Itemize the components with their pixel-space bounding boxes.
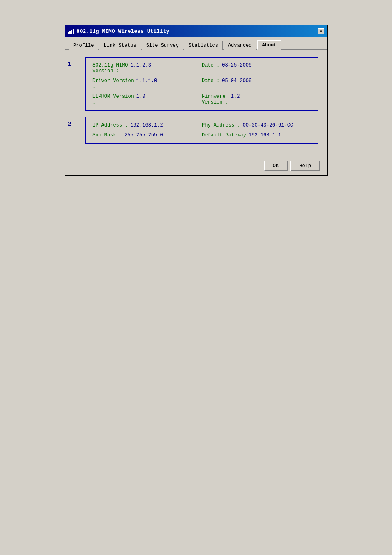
ok-button[interactable]: OK: [264, 161, 288, 171]
section-1: 1 802.11g MIMO Version : 1.1.2.3 Date : …: [74, 57, 318, 111]
tab-statistics[interactable]: Statistics: [184, 41, 223, 50]
section-1-number: 1: [68, 61, 71, 68]
s1r2-left-label: Driver Version .: [92, 78, 134, 90]
s2r2-right-label: Default Gateway: [202, 132, 246, 138]
s2r1-right-label: Phy_Address :: [202, 122, 240, 128]
s1r2-right-label: Date :: [202, 78, 219, 84]
s1r2-right-value: 05-04-2006: [222, 78, 251, 84]
section1-row3-right: Firmware Version : 1.2: [202, 94, 311, 105]
tab-bar: Profile Link Status Site Survey Statisti…: [65, 37, 327, 50]
s1r2-left-value: 1.1.1.0: [136, 78, 157, 90]
section-2: 2 IP Address : 192.168.1.2 Phy_Address :…: [74, 117, 318, 144]
window-title: 802.11g MIMO Wireless Utility: [76, 28, 169, 35]
tab-about[interactable]: About: [257, 40, 281, 50]
s1r1-right-label: Date :: [202, 62, 219, 68]
section2-row1: IP Address : 192.168.1.2 Phy_Address : 0…: [92, 122, 311, 128]
section1-row2: Driver Version . 1.1.1.0 Date : 05-04-20…: [92, 78, 311, 90]
section1-row2-left: Driver Version . 1.1.1.0: [92, 78, 202, 90]
tab-link-status[interactable]: Link Status: [99, 41, 141, 50]
s1r3-left-value: 1.0: [136, 94, 145, 105]
s2r2-right-value: 192.168.1.1: [249, 132, 281, 138]
tab-profile[interactable]: Profile: [69, 41, 98, 50]
signal-icon: [68, 28, 74, 34]
section-2-number: 2: [68, 121, 71, 128]
section2-row2: Sub Mask : 255.255.255.0 Default Gateway…: [92, 132, 311, 138]
s2r1-left-value: 192.168.1.2: [130, 122, 163, 128]
s1r1-right-value: 08-25-2006: [222, 62, 251, 68]
help-button[interactable]: Help: [290, 161, 320, 171]
section-1-box: 802.11g MIMO Version : 1.1.2.3 Date : 08…: [85, 57, 318, 111]
footer: OK Help: [65, 157, 327, 175]
close-button[interactable]: ×: [318, 28, 324, 34]
s2r2-left-label: Sub Mask :: [92, 132, 122, 138]
section2-row1-left: IP Address : 192.168.1.2: [92, 122, 202, 128]
section1-row1: 802.11g MIMO Version : 1.1.2.3 Date : 08…: [92, 62, 311, 74]
s1r1-left-label: 802.11g MIMO Version :: [92, 62, 128, 74]
main-window: 802.11g MIMO Wireless Utility × Profile …: [65, 25, 327, 175]
s2r2-left-value: 255.255.255.0: [125, 132, 163, 138]
s2r1-left-label: IP Address :: [92, 122, 128, 128]
section2-row2-left: Sub Mask : 255.255.255.0: [92, 132, 202, 138]
tab-site-survey[interactable]: Site Survey: [142, 41, 183, 50]
section1-row2-right: Date : 05-04-2006: [202, 78, 311, 84]
section1-row3-left: EEPROM Version . 1.0: [92, 94, 202, 105]
s2r1-right-value: 00-0C-43-26-61-CC: [243, 122, 293, 128]
s1r3-left-label: EEPROM Version .: [92, 94, 134, 105]
s1r3-right-value: 1.2: [231, 94, 240, 105]
s1r3-right-label: Firmware Version :: [202, 94, 228, 105]
section2-row1-right: Phy_Address : 00-0C-43-26-61-CC: [202, 122, 311, 128]
title-bar-left: 802.11g MIMO Wireless Utility: [68, 28, 169, 35]
tab-content: 1 802.11g MIMO Version : 1.1.2.3 Date : …: [65, 50, 327, 157]
title-bar: 802.11g MIMO Wireless Utility ×: [65, 25, 327, 37]
section1-row1-right: Date : 08-25-2006: [202, 62, 311, 68]
section-2-box: IP Address : 192.168.1.2 Phy_Address : 0…: [85, 117, 318, 144]
section1-row1-left: 802.11g MIMO Version : 1.1.2.3: [92, 62, 202, 74]
section2-row2-right: Default Gateway 192.168.1.1: [202, 132, 311, 138]
tab-advanced[interactable]: Advanced: [224, 41, 256, 50]
s1r1-left-value: 1.1.2.3: [130, 62, 151, 74]
section1-row3: EEPROM Version . 1.0 Firmware Version : …: [92, 94, 311, 105]
